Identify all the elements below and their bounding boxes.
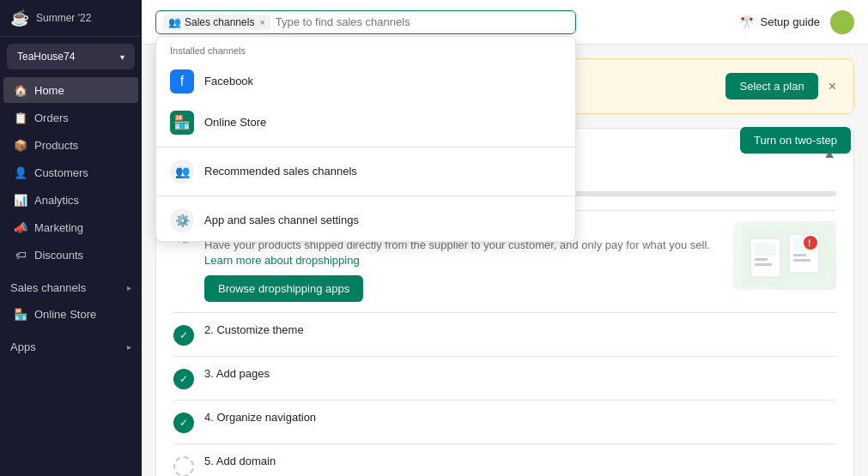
task-title-customize-theme: 2. Customize theme <box>204 323 836 336</box>
sidebar-header: ☕ Summer '22 <box>0 0 142 37</box>
search-tag-close-button[interactable]: × <box>259 17 264 27</box>
sidebar-item-analytics-label: Analytics <box>34 194 79 207</box>
sidebar-item-customers[interactable]: 👤 Customers <box>3 160 138 185</box>
sidebar-item-orders-label: Orders <box>34 111 69 124</box>
select-plan-button[interactable]: Select a plan <box>725 73 817 99</box>
task-content-add-pages: 3. Add pages <box>204 367 836 383</box>
sidebar-item-analytics[interactable]: 📊 Analytics <box>3 187 138 213</box>
task-item-customize-theme: ✓ 2. Customize theme <box>173 312 836 356</box>
dropdown-facebook-label: Facebook <box>204 75 253 87</box>
dropdown-online-store-label: Online Store <box>204 116 266 129</box>
search-pill[interactable]: 👥 Sales channels × <box>155 10 576 34</box>
customers-icon: 👤 <box>14 166 27 179</box>
setup-guide-label: Setup guide <box>761 15 820 28</box>
dropdown-recommended-label: 👥 Recommended sales channels <box>156 151 575 192</box>
task-circle-add-pages: ✓ <box>173 369 194 389</box>
search-dropdown: Installed channels f Facebook 🏪 Online S… <box>155 36 576 242</box>
task-item-organize-navigation: ✓ 4. Organize navigation <box>173 400 836 443</box>
task-title-organize-navigation: 4. Organize navigation <box>204 411 836 424</box>
task-content-add-domain: 5. Add domain <box>204 455 836 471</box>
sidebar-item-online-store[interactable]: 🏪 Online Store <box>3 301 138 327</box>
sidebar-item-home[interactable]: 🏠 Home <box>3 77 138 103</box>
sidebar-sales-channels[interactable]: Sales channels ▸ <box>0 275 142 300</box>
sidebar: ☕ Summer '22 TeaHouse74 ▾ 🏠 Home 📋 Order… <box>0 0 142 476</box>
season-tag: Summer '22 <box>36 12 91 24</box>
chevron-down-icon: ▾ <box>120 52 124 62</box>
avatar[interactable] <box>830 10 854 34</box>
main-content: 👥 Sales channels × Installed channels f … <box>142 0 868 476</box>
app-settings-label: App and sales channel settings <box>204 214 359 226</box>
turn-on-two-step-button[interactable]: Turn on two-step <box>740 127 851 154</box>
sidebar-item-products[interactable]: 📦 Products <box>3 132 138 158</box>
task-image-placeholder: ! <box>733 221 836 290</box>
banner-close-button[interactable]: × <box>825 75 840 98</box>
shopify-logo: ☕ <box>10 9 29 27</box>
online-store-icon: 🏪 <box>14 307 27 321</box>
task-image-find-products: ! <box>733 221 836 290</box>
sidebar-item-customers-label: Customers <box>34 166 88 179</box>
task-title-add-pages: 3. Add pages <box>204 367 836 380</box>
dropshipping-link[interactable]: Learn more about dropshipping <box>204 254 360 267</box>
task-item-add-pages: ✓ 3. Add pages <box>173 356 836 400</box>
task-desc-find-products: Have your products shipped directly from… <box>204 238 723 268</box>
apps-arrow-icon: ▸ <box>127 342 131 352</box>
svg-rect-8 <box>793 259 810 262</box>
svg-rect-3 <box>755 258 768 261</box>
home-icon: 🏠 <box>14 83 27 97</box>
recommended-icon: 👥 <box>170 160 194 184</box>
discounts-icon: 🏷 <box>14 248 27 262</box>
marketing-icon: 📣 <box>14 220 27 234</box>
search-tag: 👥 Sales channels × <box>163 15 270 30</box>
sidebar-item-online-store-label: Online Store <box>34 308 96 321</box>
task-title-add-domain: 5. Add domain <box>204 455 836 467</box>
sales-channels-tag-icon: 👥 <box>168 16 181 28</box>
svg-rect-2 <box>755 243 776 256</box>
sidebar-item-marketing-label: Marketing <box>34 221 83 234</box>
products-icon: 📦 <box>14 138 27 152</box>
sidebar-apps[interactable]: Apps ▸ <box>0 334 142 359</box>
store-name: TeaHouse74 <box>17 51 75 63</box>
sidebar-item-products-label: Products <box>34 139 78 152</box>
task-circle-add-domain <box>173 456 194 476</box>
sidebar-item-home-label: Home <box>34 84 64 97</box>
browse-dropshipping-button[interactable]: Browse dropshipping apps <box>204 275 363 302</box>
svg-text:!: ! <box>808 238 810 248</box>
dropdown-app-settings[interactable]: ⚙️ App and sales channel settings <box>156 200 575 241</box>
dropdown-item-online-store[interactable]: 🏪 Online Store <box>156 102 575 143</box>
task-circle-customize-theme: ✓ <box>173 325 194 346</box>
facebook-icon: f <box>170 69 194 93</box>
sidebar-item-discounts-label: Discounts <box>34 249 83 262</box>
search-bar-container: 👥 Sales channels × Installed channels f … <box>155 10 576 34</box>
store-channel-icon: 🏪 <box>170 111 194 135</box>
orders-icon: 📋 <box>14 111 27 124</box>
search-tag-label: Sales channels <box>185 16 254 28</box>
sales-channels-arrow-icon: ▸ <box>127 283 131 292</box>
task-circle-organize-navigation: ✓ <box>173 413 194 433</box>
search-input[interactable] <box>276 15 568 28</box>
topbar-right: 🎌 Setup guide <box>738 10 854 34</box>
dropdown-item-facebook[interactable]: f Facebook <box>156 61 575 102</box>
dropdown-divider <box>156 147 575 148</box>
svg-rect-4 <box>755 263 772 266</box>
task-content-customize-theme: 2. Customize theme <box>204 323 836 340</box>
dropdown-divider-2 <box>156 196 575 196</box>
task-content-organize-navigation: 4. Organize navigation <box>204 411 836 427</box>
sales-channels-label: Sales channels <box>10 281 86 294</box>
topbar: 👥 Sales channels × Installed channels f … <box>142 0 868 45</box>
analytics-icon: 📊 <box>14 193 27 207</box>
store-selector[interactable]: TeaHouse74 ▾ <box>7 44 135 69</box>
topbar-left: 👥 Sales channels × Installed channels f … <box>155 10 576 34</box>
installed-channels-label: Installed channels <box>156 37 575 61</box>
svg-rect-7 <box>793 254 806 256</box>
recommended-channels-label: Recommended sales channels <box>204 165 357 178</box>
two-step-banner: Turn on two-step <box>740 127 851 154</box>
sidebar-item-marketing[interactable]: 📣 Marketing <box>3 214 138 240</box>
flag-icon: 🎌 <box>738 14 756 30</box>
apps-label: Apps <box>10 340 36 353</box>
banner-actions: Select a plan × <box>725 73 840 99</box>
sidebar-item-orders[interactable]: 📋 Orders <box>3 105 138 130</box>
sidebar-item-discounts[interactable]: 🏷 Discounts <box>3 242 138 268</box>
setup-guide-button[interactable]: 🎌 Setup guide <box>738 14 820 30</box>
task-item-add-domain: 5. Add domain <box>173 443 836 476</box>
settings-icon: ⚙️ <box>170 208 194 232</box>
